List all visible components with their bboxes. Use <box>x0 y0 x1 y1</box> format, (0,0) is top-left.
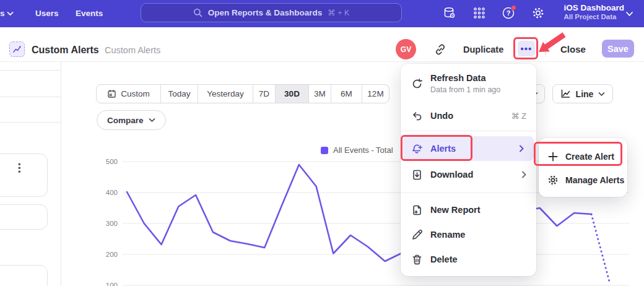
menu-item-delete[interactable]: Delete <box>401 247 536 272</box>
y-axis-tick-label: 500 <box>106 158 118 165</box>
gear-icon <box>547 175 559 186</box>
notification-dot <box>511 5 516 11</box>
calendar-icon <box>107 89 116 98</box>
menu-item-new-report[interactable]: New Report <box>401 197 536 222</box>
project-switcher[interactable]: iOS Dashboard All Project Data <box>564 3 624 20</box>
y-axis-tick-label: 200 <box>106 251 118 258</box>
chevron-down-icon <box>598 92 605 97</box>
divider <box>546 40 546 57</box>
copy-link-icon[interactable] <box>433 43 447 56</box>
date-range-label: 3M <box>314 89 326 98</box>
chevron-down-icon <box>625 11 633 17</box>
nav-item-users[interactable]: Users <box>35 9 59 18</box>
sidebar-divider <box>0 97 61 97</box>
app-window: 500400300200100 All Events - Total ••• s… <box>0 0 644 286</box>
date-range-label: Yesterday <box>207 89 244 98</box>
trash-icon <box>411 254 423 266</box>
date-range-yesterday[interactable]: Yesterday <box>198 85 253 103</box>
chevron-right-icon <box>519 145 524 152</box>
chart-legend: All Events - Total <box>321 145 393 155</box>
date-range-label: Today <box>168 89 190 98</box>
compare-label: Compare <box>107 116 144 125</box>
date-range-today[interactable]: Today <box>160 85 198 103</box>
menu-item-label: Refresh Data <box>430 73 485 83</box>
search-shortcut: ⌘ + K <box>328 8 349 17</box>
menu-item-download[interactable]: Download <box>401 162 536 187</box>
y-axis-tick-label: 300 <box>106 220 118 227</box>
submenu-item-create-alert[interactable]: Create Alert <box>539 145 627 168</box>
project-name: iOS Dashboard <box>564 3 624 12</box>
top-navbar: s Users Events Open Reports & Dashboards… <box>0 0 644 27</box>
menu-item-label: Alerts <box>430 144 456 154</box>
y-axis-tick-label: 400 <box>106 189 118 196</box>
nav-item-events[interactable]: Events <box>76 9 103 18</box>
report-header: Custom Alerts Custom Alerts GV Duplicate… <box>0 27 644 62</box>
duplicate-button[interactable]: Duplicate <box>463 45 503 54</box>
sidebar-card[interactable] <box>0 204 48 230</box>
search-input[interactable]: Open Reports & Dashboards ⌘ + K <box>141 3 402 22</box>
refresh-icon <box>411 78 423 90</box>
chevron-down-icon <box>149 118 155 123</box>
chevron-right-icon <box>521 171 526 178</box>
page-title: Custom Alerts <box>32 45 99 56</box>
submenu-item-label: Create Alert <box>565 152 614 162</box>
search-icon <box>193 8 202 17</box>
apps-grid-icon[interactable] <box>472 6 486 20</box>
kebab-menu-icon[interactable]: ••• <box>18 163 21 174</box>
avatar[interactable]: GV <box>396 39 416 59</box>
menu-item-alerts[interactable]: Alerts <box>403 136 534 161</box>
save-button[interactable]: Save <box>602 40 634 58</box>
report-type-icon <box>9 41 25 57</box>
chart-type-label: Line <box>576 89 594 99</box>
menu-item-refresh-data[interactable]: Refresh Data Data from 1 min ago <box>401 69 536 98</box>
project-scope: All Project Data <box>564 13 624 20</box>
chevron-down-icon <box>7 11 14 16</box>
chart-type-button[interactable]: Line <box>552 84 613 103</box>
sidebar-divider <box>0 122 61 123</box>
date-range-30d[interactable]: 30D <box>275 85 308 103</box>
date-range-label: 7D <box>259 89 269 98</box>
bell-plus-icon <box>411 143 423 155</box>
date-range-12m[interactable]: 12M <box>362 85 389 103</box>
nav-item-partial[interactable]: s <box>0 9 5 18</box>
line-chart-icon <box>560 89 571 99</box>
alerts-submenu: Create Alert Manage Alerts <box>539 138 627 197</box>
data-management-icon[interactable] <box>443 6 456 20</box>
menu-item-label: Rename <box>430 230 465 240</box>
more-options-button[interactable]: ••• <box>518 41 535 56</box>
sidebar-divider <box>0 70 61 71</box>
legend-label: All Events - Total <box>333 145 393 155</box>
gear-icon[interactable] <box>531 6 545 20</box>
submenu-item-label: Manage Alerts <box>565 175 624 185</box>
breadcrumb: Custom Alerts <box>105 45 160 55</box>
new-report-icon <box>411 204 423 216</box>
close-button[interactable]: Close <box>560 44 586 54</box>
menu-item-label: New Report <box>430 205 481 215</box>
date-range-6m[interactable]: 6M <box>331 85 362 103</box>
help-icon[interactable]: ? <box>502 6 515 20</box>
menu-item-undo[interactable]: Undo ⌘ Z <box>401 103 536 128</box>
plus-icon <box>547 151 559 162</box>
date-range-label: Custom <box>121 89 150 98</box>
legend-swatch <box>321 147 328 154</box>
date-range-3m[interactable]: 3M <box>308 85 331 103</box>
menu-divider <box>401 131 536 131</box>
undo-icon <box>411 110 423 122</box>
menu-item-rename[interactable]: Rename <box>401 222 536 247</box>
svg-text:?: ? <box>507 9 511 17</box>
sidebar-card[interactable] <box>0 265 48 286</box>
date-range-custom[interactable]: Custom <box>97 85 160 103</box>
y-axis-tick-label: 100 <box>106 282 118 286</box>
date-range-selector: CustomTodayYesterday7D30D3M6M12M <box>96 84 389 103</box>
sidebar-card[interactable]: ••• <box>0 154 48 197</box>
keyboard-shortcut: ⌘ Z <box>511 111 526 121</box>
search-placeholder: Open Reports & Dashboards <box>208 8 323 17</box>
date-range-label: 12M <box>367 89 383 98</box>
menu-item-label: Download <box>430 170 473 180</box>
submenu-item-manage-alerts[interactable]: Manage Alerts <box>539 168 627 192</box>
context-menu: Refresh Data Data from 1 min ago Undo ⌘ … <box>401 64 536 276</box>
date-range-label: 6M <box>341 89 352 98</box>
compare-button[interactable]: Compare <box>97 110 166 130</box>
date-range-7d[interactable]: 7D <box>253 85 275 103</box>
menu-divider <box>401 193 536 193</box>
